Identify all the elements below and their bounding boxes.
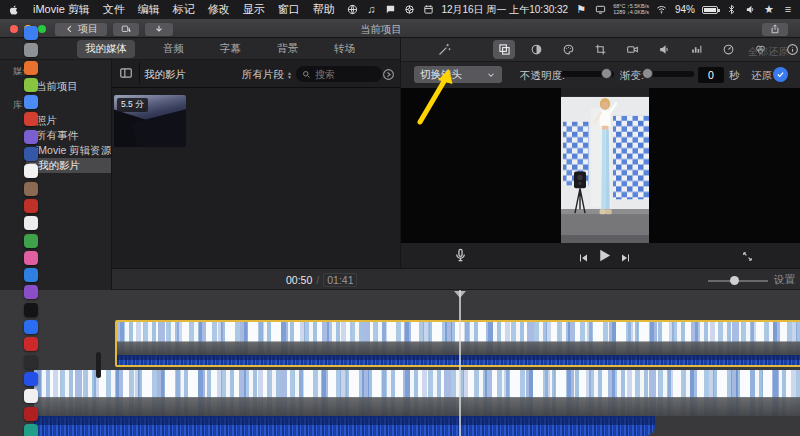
display-icon[interactable] [594,4,606,16]
timeline-zoom-slider[interactable] [708,280,768,282]
color-balance-icon[interactable] [525,40,547,59]
timeline[interactable] [0,290,800,436]
dock-app-icon[interactable] [24,216,38,230]
dock-app-icon[interactable] [24,182,38,196]
chevron-left-icon [64,23,76,35]
next-frame-button[interactable] [620,250,632,262]
menu-item[interactable]: 显示 [243,2,265,17]
music-icon[interactable]: ♫ [365,4,377,16]
menu-items: iMovie 剪辑文件编辑标记修改显示窗口帮助 [0,2,335,17]
volume-icon[interactable] [744,4,756,16]
dock-app-icon[interactable] [24,372,38,386]
globe-icon[interactable] [346,4,358,16]
apply-check-button[interactable] [773,67,788,82]
crop-icon[interactable] [589,40,611,59]
menu-item[interactable]: 修改 [208,2,230,17]
timeline-settings-label[interactable]: 设置 [774,273,795,287]
share-icon [769,23,781,35]
share-button[interactable] [762,23,788,36]
helm-icon[interactable] [403,4,415,16]
dock-app-icon[interactable] [24,112,38,126]
playhead-line[interactable] [459,290,461,436]
sidebar-toggle-icon[interactable] [118,66,134,80]
stabilization-icon[interactable] [621,40,643,59]
menu-item[interactable]: 文件 [103,2,125,17]
play-button[interactable] [596,247,613,264]
dock-app-icon[interactable] [24,43,38,57]
timeline-scroll-handle[interactable] [96,352,101,378]
bluetooth-icon[interactable] [725,4,737,16]
media-tab[interactable]: 转场 [326,40,363,58]
clip-filmstrip [34,370,800,416]
organize-media-button[interactable] [113,23,139,36]
timeline-zoom-knob[interactable] [730,276,739,285]
reset-all-label[interactable]: 全部还原 [748,45,788,59]
import-media-button[interactable] [145,23,173,36]
dock-app-icon[interactable] [24,424,38,436]
dock-app-icon[interactable] [24,61,38,75]
overlay-settings-icon[interactable] [493,40,515,59]
fade-slider-knob[interactable] [642,68,653,79]
overlay-controls-row: 切换镜头 不透明度: 渐变: 0 秒 还原 [400,62,800,88]
color-correction-icon[interactable] [557,40,579,59]
dock-app-icon[interactable] [24,199,38,213]
dock-app-icon[interactable] [24,95,38,109]
dock-app-icon[interactable] [24,355,38,369]
dock-app-icon[interactable] [24,130,38,144]
menu-item[interactable]: 帮助 [313,2,335,17]
dock-app-icon[interactable] [24,337,38,351]
media-tab[interactable]: 字幕 [212,40,249,58]
dock-app-icon[interactable] [24,320,38,334]
preview-video [561,88,649,243]
menu-item[interactable]: iMovie 剪辑 [33,2,90,17]
calendar-icon[interactable] [422,4,434,16]
list-icon[interactable]: ≡ [782,4,794,16]
dock-app-icon[interactable] [24,251,38,265]
star-icon[interactable]: ★ [763,4,775,16]
flag-icon[interactable]: ⚑ [575,4,587,16]
menu-item[interactable]: 标记 [173,2,195,17]
timeline-clip-row-1-selected[interactable] [115,320,800,367]
opacity-slider-knob[interactable] [601,68,612,79]
search-input[interactable] [315,69,376,80]
volume-icon[interactable] [653,40,675,59]
opacity-slider[interactable] [561,71,614,77]
dock-app-icon[interactable] [24,234,38,248]
arrow-circle-icon[interactable] [382,67,395,80]
preview-viewer[interactable] [400,88,800,243]
magic-wand-icon[interactable] [437,42,452,57]
dock-app-icon[interactable] [24,407,38,421]
voiceover-mic-icon[interactable] [453,247,468,263]
apple-menu-icon[interactable] [8,4,20,16]
fade-slider[interactable] [642,71,694,77]
media-tab[interactable]: 背景 [269,40,306,58]
duration-value-field[interactable]: 0 [698,67,724,83]
dock-app-icon[interactable] [24,268,38,282]
menu-item[interactable]: 窗口 [278,2,300,17]
media-tab[interactable]: 我的媒体 [77,40,135,58]
reset-label[interactable]: 还原 [751,69,772,83]
dock-app-icon[interactable] [24,78,38,92]
dock-app-icon[interactable] [24,389,38,403]
fullscreen-button[interactable] [741,249,754,262]
chat-icon[interactable] [384,4,396,16]
menu-item[interactable]: 编辑 [138,2,160,17]
speed-icon[interactable] [717,40,739,59]
clock-date[interactable]: 12月16日 周一 上午10:30:32 [441,3,568,17]
battery-icon[interactable] [702,6,718,14]
previous-frame-button[interactable] [577,250,589,262]
noise-equalizer-icon[interactable] [685,40,707,59]
timeline-clip-row-2[interactable] [34,370,800,436]
clip-filter-dropdown[interactable]: 所有片段 ▲▼ [242,68,292,82]
projects-back-button[interactable]: 项目 [55,23,107,36]
media-tab[interactable]: 音频 [155,40,192,58]
dock-app-icon[interactable] [24,285,38,299]
dock-app-icon[interactable] [24,164,38,178]
dock-app-icon[interactable] [24,303,38,317]
cutaway-dropdown[interactable]: 切换镜头 [414,66,502,83]
dock-app-icon[interactable] [24,26,38,40]
wifi-icon[interactable] [656,4,668,16]
dock-app-icon[interactable] [24,147,38,161]
clip-thumbnail[interactable]: 5.5 分 [114,95,186,147]
search-field[interactable] [296,66,382,82]
